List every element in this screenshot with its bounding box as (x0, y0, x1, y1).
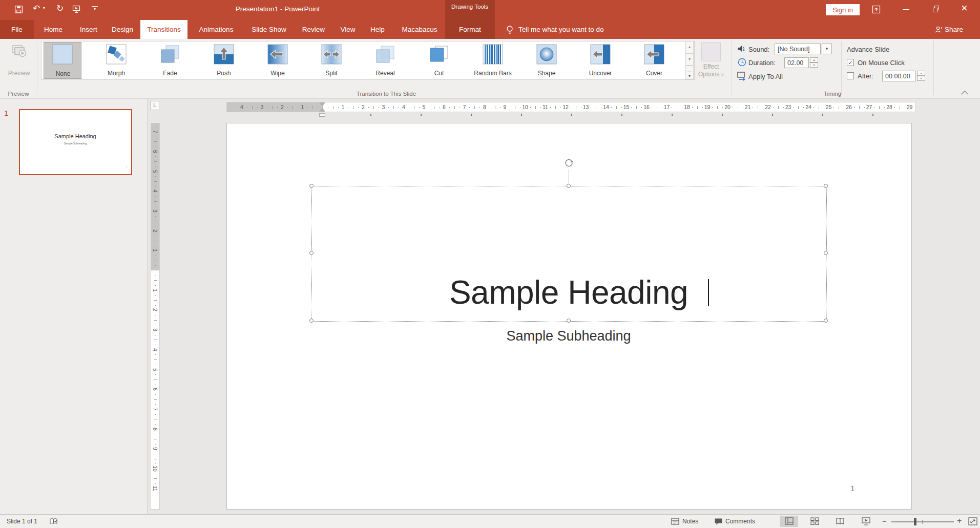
sound-dropdown-button[interactable]: ▾ (822, 44, 832, 54)
ruler-tab-stop[interactable] (471, 114, 472, 116)
spell-check-icon[interactable] (49, 517, 58, 526)
ruler-number: 11 (540, 104, 551, 110)
slide-sorter-view-button[interactable] (805, 516, 824, 527)
transition-reveal[interactable]: Reveal (366, 42, 404, 79)
slide-show-view-button[interactable] (857, 516, 875, 527)
apply-to-all-button[interactable]: Apply To All (748, 73, 783, 80)
gallery-scroll-up-button[interactable]: ▴ (685, 41, 694, 53)
preview-button[interactable]: Preview (4, 41, 34, 79)
save-icon[interactable] (14, 5, 23, 14)
rotation-handle-icon[interactable] (564, 158, 574, 168)
fit-slide-to-window-icon[interactable] (968, 517, 977, 525)
tab-help[interactable]: Help (362, 20, 393, 39)
resize-handle-se[interactable] (824, 319, 828, 323)
notes-button[interactable]: Notes (682, 518, 698, 525)
undo-dropdown-caret-icon[interactable]: ▾ (43, 6, 45, 10)
drawing-tools-label: Drawing Tools (451, 4, 488, 10)
tab-home[interactable]: Home (34, 20, 73, 39)
transition-label: Fade (141, 70, 199, 77)
transition-none[interactable]: None (44, 42, 81, 79)
resize-handle-sw[interactable] (309, 319, 314, 323)
reading-view-button[interactable] (831, 516, 849, 527)
tab-view[interactable]: View (334, 20, 362, 39)
transition-cover[interactable]: Cover (635, 42, 673, 79)
duration-input[interactable]: 02.00 (784, 57, 809, 68)
tab-file[interactable]: File (0, 20, 34, 39)
ruler-tick (854, 107, 854, 108)
gallery-scroll-down-button[interactable]: ▾ (685, 53, 694, 66)
ruler-tab-stop[interactable] (772, 114, 773, 116)
zoom-slider-track[interactable] (891, 521, 954, 522)
restore-button[interactable] (933, 6, 940, 13)
start-from-beginning-icon[interactable] (72, 5, 81, 14)
collapse-ribbon-icon[interactable] (961, 91, 968, 98)
ruler-tab-stop[interactable] (370, 114, 371, 116)
ruler-tab-stop[interactable] (521, 114, 522, 116)
hanging-indent-marker[interactable] (319, 108, 325, 112)
tab-format[interactable]: Format (445, 20, 495, 39)
transition-wipe[interactable]: Wipe (259, 42, 297, 79)
slide-status-label[interactable]: Slide 1 of 1 (7, 518, 37, 525)
undo-icon[interactable]: ↶ (33, 3, 40, 14)
first-line-indent-marker[interactable] (319, 102, 325, 107)
resize-handle-n[interactable] (567, 184, 571, 188)
ruler-origin-box[interactable]: L (150, 101, 159, 110)
tab-animations[interactable]: Animations (187, 20, 245, 39)
ruler-tab-stop[interactable] (421, 114, 422, 116)
ruler-tick (429, 107, 429, 108)
gallery-more-button[interactable]: ▾ (685, 66, 694, 79)
duration-spin-down[interactable]: ▾ (810, 62, 818, 68)
comments-button[interactable]: Comments (725, 518, 755, 525)
tab-design[interactable]: Design (105, 20, 140, 39)
ruler-tab-stop[interactable] (621, 114, 622, 116)
tab-transitions[interactable]: Transitions (140, 20, 187, 39)
sound-select[interactable]: [No Sound] (775, 44, 821, 54)
redo-icon[interactable]: ↻ (56, 3, 64, 14)
resize-handle-s[interactable] (567, 319, 571, 323)
transition-random-bars[interactable]: Random Bars (474, 42, 512, 79)
after-input[interactable]: 00:00.00 (882, 71, 916, 81)
slide-subheading-text[interactable]: Sample Subheading (311, 328, 826, 344)
after-spin-down[interactable]: ▾ (917, 76, 925, 81)
transition-fade[interactable]: Fade (151, 42, 189, 79)
share-button[interactable]: Share (945, 26, 963, 33)
zoom-slider-handle[interactable] (914, 518, 916, 525)
slide-heading-text[interactable]: Sample Heading (311, 273, 826, 311)
on-mouse-click-checkbox[interactable]: ✓ (847, 59, 854, 66)
transition-push[interactable]: Push (205, 42, 243, 79)
transition-split[interactable]: Split (312, 42, 350, 79)
ruler-tab-stop[interactable] (722, 114, 723, 116)
sign-in-button[interactable]: Sign in (826, 4, 860, 15)
normal-view-button[interactable] (780, 516, 798, 527)
slide-thumbnail[interactable]: Sample Heading Sample Subheading 1 (19, 109, 132, 175)
transition-uncover[interactable]: Uncover (581, 42, 619, 79)
after-checkbox[interactable] (847, 72, 854, 79)
tab-review[interactable]: Review (293, 20, 334, 39)
tab-slide-show[interactable]: Slide Show (245, 20, 293, 39)
resize-handle-nw[interactable] (309, 184, 314, 188)
ruler-tab-stop[interactable] (672, 114, 673, 116)
text-cursor (708, 279, 709, 306)
ruler-tab-stop[interactable] (822, 114, 823, 116)
resize-handle-e[interactable] (824, 251, 828, 255)
ruler-tab-stop[interactable] (571, 114, 572, 116)
transition-cut[interactable]: Cut (420, 42, 458, 79)
tell-me-box[interactable]: Tell me what you want to do (518, 26, 604, 33)
transition-morph[interactable]: Morph (97, 42, 135, 79)
minimize-button[interactable] (903, 9, 909, 10)
effect-options-button[interactable]: Effect Options ˅ (697, 41, 725, 79)
resize-handle-ne[interactable] (824, 184, 828, 188)
ruler-tab-stop[interactable] (872, 114, 873, 116)
resize-handle-w[interactable] (309, 251, 314, 255)
after-spin-up[interactable]: ▴ (917, 71, 925, 76)
left-indent-marker[interactable] (319, 113, 325, 117)
tab-insert[interactable]: Insert (73, 20, 105, 39)
duration-spin-up[interactable]: ▴ (810, 57, 818, 62)
customize-qat-icon[interactable]: ▾ (92, 6, 98, 12)
tab-macabacus[interactable]: Macabacus (393, 20, 446, 39)
transition-shape[interactable]: Shape (528, 42, 566, 79)
ribbon-display-options-icon[interactable] (872, 5, 881, 14)
zoom-in-button[interactable]: + (957, 516, 962, 525)
zoom-out-button[interactable]: − (882, 517, 887, 525)
close-button[interactable]: × (961, 2, 968, 15)
